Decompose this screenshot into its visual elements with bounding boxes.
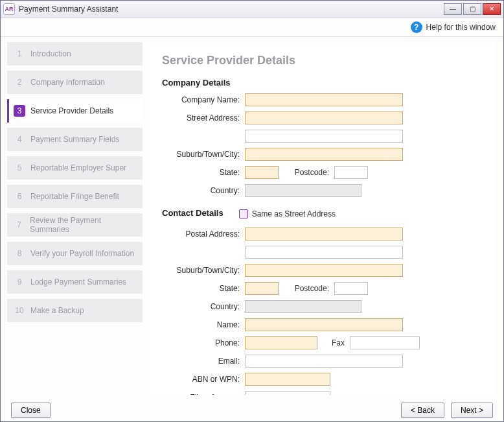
step-review-payment-summaries[interactable]: 7Review the Payment Summaries (7, 213, 143, 237)
step-company-information[interactable]: 2Company Information (7, 71, 143, 94)
step-lodge-payment-summaries[interactable]: 9Lodge Payment Summaries (7, 270, 143, 294)
contact-country-label: Country: (162, 302, 245, 311)
step-label: Service Provider Details (30, 106, 113, 115)
contact-postcode-input[interactable] (334, 282, 368, 295)
titlebar: AR Payment Summary Assistant — ▢ ✕ (1, 1, 503, 18)
step-label: Payment Summary Fields (30, 135, 119, 144)
abn-input[interactable] (245, 373, 330, 386)
help-link[interactable]: Help for this window (426, 23, 496, 32)
window-buttons: — ▢ ✕ (444, 3, 501, 15)
abn-label: ABN or WPN: (162, 375, 245, 384)
main-panel: Service Provider Details Company Details… (146, 42, 496, 395)
step-label: Reportable Employer Super (30, 163, 126, 172)
step-payment-summary-fields[interactable]: 4Payment Summary Fields (7, 128, 143, 151)
postal-address-2-input[interactable] (245, 246, 403, 259)
company-details-heading: Company Details (162, 78, 480, 88)
street-address-2-input[interactable] (245, 130, 403, 143)
window-title: Payment Summary Assistant (19, 5, 444, 14)
app-icon: AR (3, 3, 15, 15)
postal-address-1-input[interactable] (245, 228, 403, 240)
contact-name-input[interactable] (245, 318, 403, 331)
maximize-button[interactable]: ▢ (463, 3, 481, 15)
fax-label: Fax (317, 338, 350, 347)
step-number: 3 (14, 105, 25, 117)
step-number: 7 (14, 220, 25, 229)
minimize-button[interactable]: — (444, 3, 462, 15)
step-number: 8 (14, 249, 25, 258)
step-label: Reportable Fringe Benefit (30, 192, 119, 201)
postal-address-label: Postal Address: (162, 229, 245, 239)
close-button[interactable]: Close (11, 403, 51, 418)
same-as-street-label: Same as Street Address (252, 209, 336, 218)
body: 1Introduction 2Company Information 3Serv… (1, 37, 503, 400)
back-button[interactable]: < Back (401, 403, 444, 418)
company-country-label: Country: (162, 186, 245, 195)
file-reference-label: File reference: (162, 393, 245, 395)
step-number: 4 (14, 135, 25, 144)
contact-state-label: State: (162, 284, 245, 293)
company-state-label: State: (162, 168, 245, 177)
contact-suburb-label: Suburb/Town/City: (162, 266, 245, 275)
step-number: 9 (14, 277, 25, 287)
company-suburb-input[interactable] (245, 148, 403, 161)
file-reference-input[interactable] (245, 391, 330, 395)
step-label: Review the Payment Summaries (30, 216, 136, 234)
step-number: 6 (14, 192, 25, 201)
step-number: 1 (14, 49, 25, 58)
street-address-label: Street Address: (162, 113, 245, 123)
step-label: Make a Backup (30, 306, 84, 315)
help-icon: ? (411, 21, 422, 33)
step-label: Introduction (30, 49, 71, 58)
step-number: 10 (14, 306, 25, 315)
close-window-button[interactable]: ✕ (483, 3, 501, 15)
phone-input[interactable] (245, 336, 317, 349)
contact-suburb-input[interactable] (245, 264, 403, 277)
company-name-label: Company Name: (162, 95, 245, 104)
email-input[interactable] (245, 355, 403, 368)
step-service-provider-details[interactable]: 3Service Provider Details (7, 99, 143, 123)
next-button[interactable]: Next > (451, 403, 493, 418)
contact-details-heading: Contact Details (162, 208, 223, 218)
contact-name-label: Name: (162, 320, 245, 329)
company-suburb-label: Suburb/Town/City: (162, 150, 245, 159)
contact-postcode-label: Postcode: (279, 284, 334, 293)
step-reportable-fringe-benefit[interactable]: 6Reportable Fringe Benefit (7, 185, 143, 208)
email-label: Email: (162, 357, 245, 366)
fax-input[interactable] (350, 336, 420, 349)
company-country-input[interactable] (245, 184, 361, 197)
company-state-input[interactable] (245, 166, 279, 179)
same-as-street-checkbox[interactable] (239, 209, 248, 218)
company-name-input[interactable] (245, 93, 403, 106)
page-heading: Service Provider Details (162, 54, 480, 67)
app-window: AR Payment Summary Assistant — ▢ ✕ ? Hel… (0, 0, 504, 422)
contact-state-input[interactable] (245, 282, 279, 295)
wizard-sidebar: 1Introduction 2Company Information 3Serv… (1, 37, 146, 400)
footer: Close < Back Next > (1, 399, 503, 421)
help-bar: ? Help for this window (1, 18, 503, 37)
step-make-a-backup[interactable]: 10Make a Backup (7, 299, 143, 322)
company-postcode-label: Postcode: (279, 168, 334, 177)
street-address-1-input[interactable] (245, 111, 403, 124)
step-number: 5 (14, 163, 25, 172)
step-introduction[interactable]: 1Introduction (7, 42, 143, 65)
step-label: Company Information (30, 78, 105, 87)
step-label: Lodge Payment Summaries (30, 277, 126, 287)
step-verify-payroll-information[interactable]: 8Verify your Payroll Information (7, 242, 143, 265)
contact-country-input[interactable] (245, 300, 361, 313)
step-number: 2 (14, 78, 25, 87)
step-label: Verify your Payroll Information (30, 249, 134, 258)
step-reportable-employer-super[interactable]: 5Reportable Employer Super (7, 156, 143, 180)
company-postcode-input[interactable] (334, 166, 368, 179)
phone-label: Phone: (162, 338, 245, 347)
